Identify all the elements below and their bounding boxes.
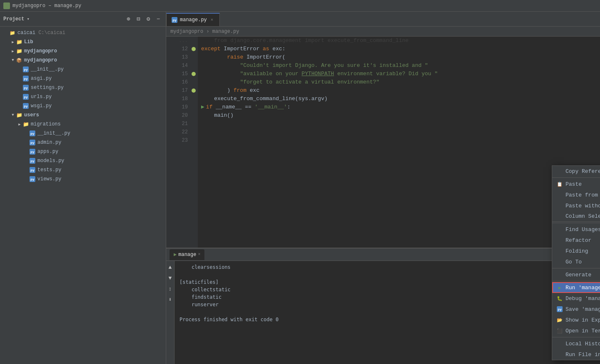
mydjangopro-pkg-arrow: ▼: [10, 57, 16, 63]
init-arrow: [17, 66, 22, 72]
sidebar-item-urls[interactable]: py urls.py: [0, 92, 166, 101]
tab-close-button[interactable]: ×: [209, 17, 215, 23]
menu-item-run-manage[interactable]: ▶ Run 'manage' Ctrl+Shift+F10: [552, 282, 600, 293]
minimize-icon[interactable]: −: [154, 15, 162, 23]
app-icon: [3, 2, 10, 9]
context-menu: Copy Reference Ctrl+Alt+Shift+C 📋 Paste …: [552, 165, 600, 360]
sidebar-item-init[interactable]: py __init__.py: [0, 65, 166, 74]
sidebar-item-users-init[interactable]: py __init__.py: [0, 129, 166, 138]
wsgi-py-icon: py: [22, 103, 29, 109]
sidebar-item-users[interactable]: ▼ 📁 users: [0, 111, 166, 120]
mydjangopro-root-label: mydjangopro: [24, 48, 57, 54]
apps-label: apps.py: [37, 149, 58, 155]
sidebar-item-models[interactable]: py models.py: [0, 156, 166, 165]
menu-item-generate[interactable]: Generate Alt+Insert: [552, 269, 600, 280]
tests-arrow: [23, 167, 29, 173]
menu-item-column-selection[interactable]: Column Selection Mode Alt+Shift+Insert: [552, 211, 600, 222]
wsgi-arrow: [17, 103, 22, 109]
urls-arrow: [17, 94, 22, 100]
menu-item-save-manage[interactable]: py Save 'manage': [552, 304, 600, 315]
sidebar-title-label: Project: [3, 16, 24, 22]
sidebar-item-asgi[interactable]: py asgi.py: [0, 74, 166, 83]
tests-label: tests.py: [37, 167, 61, 173]
users-arrow: ▼: [10, 112, 16, 118]
menu-separator-5: [552, 337, 600, 337]
sidebar-item-admin[interactable]: py admin.py: [0, 138, 166, 147]
context-menu-overlay: Copy Reference Ctrl+Alt+Shift+C 📋 Paste …: [166, 37, 600, 364]
menu-item-refactor[interactable]: Refactor ▶: [552, 235, 600, 246]
sidebar-title-group: Project ▾: [3, 16, 30, 22]
sidebar-item-mydjangopro-pkg[interactable]: ▼ 📦 mydjangopro: [0, 56, 166, 65]
users-init-arrow: [23, 130, 29, 136]
menu-item-open-terminal[interactable]: ⬛ Open in Terminal: [552, 325, 600, 336]
migrations-arrow: ▶: [17, 121, 22, 127]
sidebar-item-lib[interactable]: ▶ 📁 Lib: [0, 37, 166, 47]
sidebar-item-caicai[interactable]: 📁 caicai C:\caicai: [0, 28, 166, 37]
expand-arrow: [3, 30, 9, 36]
init-label: __init__.py: [31, 66, 64, 72]
menu-item-paste[interactable]: 📋 Paste Ctrl+V: [552, 179, 600, 189]
breadcrumb: mydjangopro › manage.py: [170, 29, 239, 34]
apps-arrow: [23, 149, 29, 155]
models-py-icon: py: [29, 157, 36, 164]
mydjangopro-pkg-label: mydjangopro: [24, 57, 57, 63]
mydjangopro-pkg-icon: 📦: [16, 57, 22, 64]
migrations-label: migrations: [31, 121, 61, 127]
urls-py-icon: py: [22, 93, 29, 100]
caicai-label: caicai C:\caicai: [17, 30, 65, 36]
menu-item-paste-history[interactable]: Paste from History... Ctrl+Shift+V: [552, 189, 600, 200]
title-text: mydjangopro – manage.py: [12, 3, 81, 9]
menu-item-folding[interactable]: Folding ▶: [552, 246, 600, 256]
menu-item-copy-reference[interactable]: Copy Reference Ctrl+Alt+Shift+C: [552, 166, 600, 177]
sidebar-item-views[interactable]: py views.py: [0, 175, 166, 184]
menu-item-local-history[interactable]: Local History ▶: [552, 338, 600, 349]
menu-item-run-file-console[interactable]: Run File in Console: [552, 349, 600, 360]
sidebar-item-apps[interactable]: py apps.py: [0, 147, 166, 156]
menu-separator-4: [552, 281, 600, 281]
sidebar-item-migrations[interactable]: ▶ 📁 migrations: [0, 120, 166, 129]
sidebar-item-tests[interactable]: py tests.py: [0, 165, 166, 175]
save-icon: py: [556, 306, 563, 312]
views-label: views.py: [37, 176, 61, 182]
asgi-label: asgi.py: [31, 76, 52, 81]
debug-icon: 🐛: [556, 295, 563, 302]
tab-label: manage.py: [180, 17, 207, 23]
mydjangopro-root-folder-icon: 📁: [16, 48, 22, 54]
apps-py-icon: py: [29, 148, 36, 155]
sync-icon[interactable]: ⊕: [124, 15, 133, 23]
sidebar-chevron-icon: ▾: [27, 16, 30, 22]
tests-py-icon: py: [29, 167, 36, 173]
menu-item-goto[interactable]: Go To ▶: [552, 256, 600, 267]
models-arrow: [23, 158, 29, 164]
sidebar-item-mydjangopro-root[interactable]: ▶ 📁 mydjangopro: [0, 47, 166, 56]
menu-item-paste-no-format[interactable]: Paste without Formatting Ctrl+Alt+Shift+…: [552, 200, 600, 211]
menu-item-debug-manage[interactable]: 🐛 Debug 'manage': [552, 293, 600, 304]
settings-label: settings.py: [31, 85, 64, 91]
menu-separator-2: [552, 223, 600, 223]
admin-arrow: [23, 140, 29, 145]
settings-arrow: [17, 85, 22, 91]
sidebar-item-settings[interactable]: py settings.py: [0, 83, 166, 92]
settings-icon[interactable]: ⚙: [144, 15, 152, 23]
admin-label: admin.py: [37, 140, 61, 145]
users-label: users: [24, 112, 39, 118]
mydjangopro-root-arrow: ▶: [10, 48, 16, 54]
views-py-icon: py: [29, 176, 36, 182]
lib-label: Lib: [24, 39, 33, 45]
menu-item-find-usages[interactable]: Find Usages Alt+F7: [552, 224, 600, 235]
asgi-py-icon: py: [22, 75, 29, 82]
caicai-icon: 📁: [9, 30, 16, 36]
lib-arrow: ▶: [10, 39, 16, 45]
sidebar-item-wsgi[interactable]: py wsgi.py: [0, 101, 166, 111]
collapse-icon[interactable]: ⊟: [134, 15, 143, 23]
run-icon: ▶: [556, 284, 563, 291]
project-sidebar: Project ▾ ⊕ ⊟ ⚙ − 📁 caicai C:\caicai: [0, 12, 166, 364]
users-init-label: __init__.py: [37, 130, 70, 136]
file-tree: 📁 caicai C:\caicai ▶ 📁 Lib ▶ 📁 mydjangop…: [0, 27, 166, 364]
menu-item-show-explorer[interactable]: 📂 Show in Explorer: [552, 315, 600, 325]
tab-manage-py[interactable]: py manage.py ×: [166, 13, 220, 26]
main-layout: Project ▾ ⊕ ⊟ ⚙ − 📁 caicai C:\caicai: [0, 12, 600, 364]
admin-py-icon: py: [29, 139, 36, 146]
models-label: models.py: [37, 158, 64, 164]
content-area: py manage.py × mydjangopro › manage.py .…: [166, 12, 600, 364]
